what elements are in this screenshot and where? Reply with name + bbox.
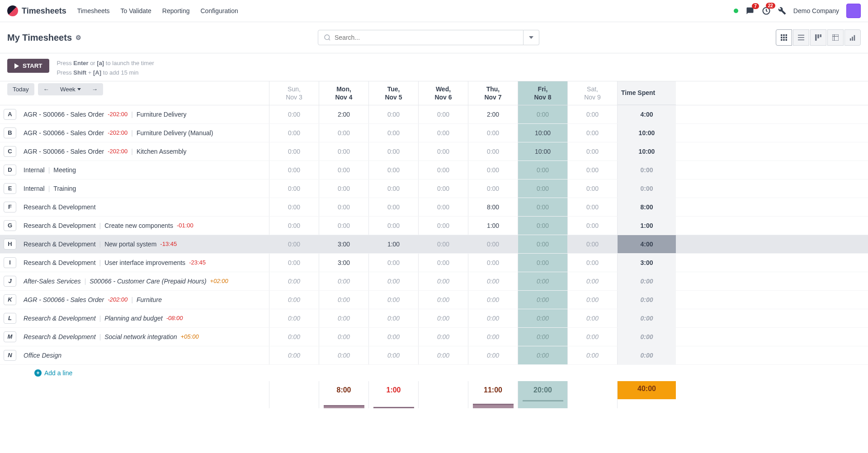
time-cell[interactable]: 0:00 <box>269 161 319 179</box>
time-cell[interactable]: 10:00 <box>518 124 567 142</box>
time-cell[interactable]: 0:00 <box>567 217 617 235</box>
timesheet-row[interactable]: MResearch & Development|Social network i… <box>0 328 868 346</box>
time-cell[interactable]: 0:00 <box>468 328 518 346</box>
row-key[interactable]: N <box>4 350 16 361</box>
time-cell[interactable]: 0:00 <box>567 346 617 364</box>
time-cell[interactable]: 0:00 <box>567 254 617 272</box>
time-cell[interactable]: 0:00 <box>518 272 567 290</box>
time-cell[interactable]: 0:00 <box>567 309 617 327</box>
time-cell[interactable]: 0:00 <box>269 291 319 309</box>
activities-button[interactable]: 22 <box>762 6 771 15</box>
time-cell[interactable]: 0:00 <box>518 161 567 179</box>
time-cell[interactable]: 0:00 <box>319 346 368 364</box>
search-box[interactable] <box>318 30 524 45</box>
time-cell[interactable]: 0:00 <box>368 272 418 290</box>
time-cell[interactable]: 0:00 <box>567 291 617 309</box>
time-cell[interactable]: 0:00 <box>319 272 368 290</box>
view-grid-button[interactable] <box>776 29 792 46</box>
time-cell[interactable]: 3:00 <box>319 254 368 272</box>
time-cell[interactable]: 0:00 <box>418 179 468 198</box>
time-cell[interactable]: 0:00 <box>468 142 518 160</box>
row-key[interactable]: F <box>4 202 16 212</box>
time-cell[interactable]: 0:00 <box>567 179 617 198</box>
time-cell[interactable]: 0:00 <box>518 254 567 272</box>
row-key[interactable]: L <box>4 313 16 324</box>
view-graph-button[interactable] <box>844 29 861 46</box>
time-cell[interactable]: 10:00 <box>518 142 567 160</box>
row-key[interactable]: C <box>4 146 16 157</box>
time-cell[interactable]: 0:00 <box>368 105 418 123</box>
time-cell[interactable]: 0:00 <box>319 198 368 216</box>
time-cell[interactable]: 0:00 <box>269 346 319 364</box>
time-cell[interactable]: 0:00 <box>518 309 567 327</box>
row-key[interactable]: M <box>4 331 16 342</box>
add-line-button[interactable]: + Add a line <box>0 365 868 381</box>
time-cell[interactable]: 0:00 <box>518 235 567 253</box>
time-cell[interactable]: 0:00 <box>468 124 518 142</box>
time-cell[interactable]: 0:00 <box>468 254 518 272</box>
company-selector[interactable]: Demo Company <box>793 7 839 14</box>
time-cell[interactable]: 0:00 <box>567 142 617 160</box>
timesheet-row[interactable]: NOffice Design0:000:000:000:000:000:000:… <box>0 346 868 365</box>
time-cell[interactable]: 0:00 <box>269 217 319 235</box>
row-key[interactable]: K <box>4 294 16 305</box>
user-avatar[interactable] <box>846 4 861 18</box>
time-cell[interactable]: 0:00 <box>319 309 368 327</box>
time-cell[interactable]: 2:00 <box>319 105 368 123</box>
time-cell[interactable]: 0:00 <box>418 142 468 160</box>
gear-icon[interactable]: ⚙ <box>75 34 81 41</box>
time-cell[interactable]: 0:00 <box>269 198 319 216</box>
time-cell[interactable]: 0:00 <box>567 272 617 290</box>
timesheet-row[interactable]: KAGR - S00066 - Sales Order-202:00|Furni… <box>0 291 868 309</box>
row-key[interactable]: I <box>4 257 16 268</box>
time-cell[interactable]: 0:00 <box>567 328 617 346</box>
time-cell[interactable]: 0:00 <box>368 198 418 216</box>
time-cell[interactable]: 0:00 <box>418 328 468 346</box>
timesheet-row[interactable]: FResearch & Development0:000:000:000:008… <box>0 198 868 217</box>
time-cell[interactable]: 0:00 <box>418 254 468 272</box>
time-cell[interactable]: 1:00 <box>368 235 418 253</box>
time-cell[interactable]: 0:00 <box>319 179 368 198</box>
timesheet-row[interactable]: GResearch & Development|Create new compo… <box>0 217 868 235</box>
search-input[interactable] <box>335 34 518 41</box>
time-cell[interactable]: 0:00 <box>269 272 319 290</box>
row-key[interactable]: J <box>4 276 16 287</box>
time-cell[interactable]: 0:00 <box>518 346 567 364</box>
row-key[interactable]: H <box>4 239 16 250</box>
time-cell[interactable]: 0:00 <box>468 309 518 327</box>
time-cell[interactable]: 0:00 <box>468 161 518 179</box>
nav-to-validate[interactable]: To Validate <box>121 5 151 16</box>
time-cell[interactable]: 0:00 <box>269 105 319 123</box>
time-cell[interactable]: 0:00 <box>518 198 567 216</box>
row-key[interactable]: A <box>4 109 16 120</box>
messages-button[interactable]: 7 <box>745 7 755 15</box>
time-cell[interactable]: 0:00 <box>418 161 468 179</box>
time-cell[interactable]: 0:00 <box>368 346 418 364</box>
time-cell[interactable]: 0:00 <box>418 217 468 235</box>
timesheet-row[interactable]: JAfter-Sales Services|S00066 - Customer … <box>0 272 868 291</box>
time-cell[interactable]: 0:00 <box>418 346 468 364</box>
nav-reporting[interactable]: Reporting <box>162 5 190 16</box>
time-cell[interactable]: 2:00 <box>468 105 518 123</box>
time-cell[interactable]: 0:00 <box>468 272 518 290</box>
row-key[interactable]: G <box>4 220 16 231</box>
time-cell[interactable]: 0:00 <box>319 328 368 346</box>
time-cell[interactable]: 0:00 <box>418 105 468 123</box>
time-cell[interactable]: 0:00 <box>418 272 468 290</box>
time-cell[interactable]: 0:00 <box>468 346 518 364</box>
time-cell[interactable]: 0:00 <box>368 328 418 346</box>
nav-timesheets[interactable]: Timesheets <box>77 5 110 16</box>
time-cell[interactable]: 0:00 <box>368 161 418 179</box>
time-cell[interactable]: 0:00 <box>319 124 368 142</box>
time-cell[interactable]: 0:00 <box>319 217 368 235</box>
time-cell[interactable]: 0:00 <box>269 124 319 142</box>
row-key[interactable]: D <box>4 165 16 175</box>
time-cell[interactable]: 0:00 <box>518 179 567 198</box>
time-cell[interactable]: 0:00 <box>269 179 319 198</box>
time-cell[interactable]: 0:00 <box>319 161 368 179</box>
time-cell[interactable]: 8:00 <box>468 198 518 216</box>
time-cell[interactable]: 0:00 <box>418 198 468 216</box>
timesheet-row[interactable]: DInternal|Meeting0:000:000:000:000:000:0… <box>0 161 868 179</box>
timesheet-row[interactable]: IResearch & Development|User interface i… <box>0 254 868 272</box>
time-cell[interactable]: 0:00 <box>368 217 418 235</box>
